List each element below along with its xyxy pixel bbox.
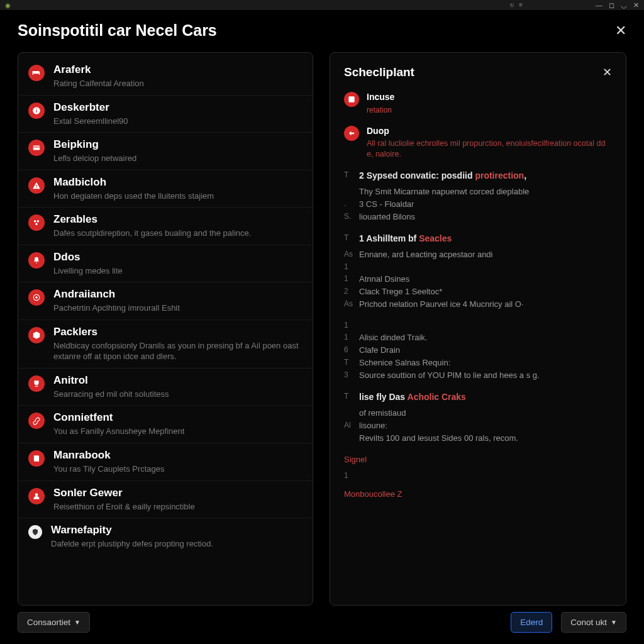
section-line: 6Clafe Drain bbox=[344, 344, 612, 357]
category-desc: Neldbicay confopsionly Dranils as youn i… bbox=[53, 340, 303, 362]
window-maximize-icon[interactable]: ◻ bbox=[609, 1, 614, 9]
category-item-shield[interactable]: WarnefapityDafelde erpt plustiphy defes … bbox=[18, 518, 313, 555]
close-icon[interactable]: ✕ bbox=[615, 23, 626, 39]
detail-close-icon[interactable]: ✕ bbox=[602, 65, 612, 79]
category-item-circles[interactable]: ZerablesDafes scutpldireption, it gases … bbox=[18, 208, 313, 245]
window-close-icon[interactable]: ✕ bbox=[633, 1, 639, 9]
category-list-panel: AraferkRating Calfental AreationDeskerbt… bbox=[18, 52, 313, 606]
category-item-bell[interactable]: DdosLivelling medes lite bbox=[18, 245, 313, 283]
category-desc: Reisetthion of Eroit & eailly repsinctib… bbox=[53, 501, 303, 513]
category-title: Beipking bbox=[53, 138, 303, 151]
duop-text: All ral lucliolie echrolles mil propurct… bbox=[367, 138, 612, 160]
detail-section: T2 Sypsed convatic: posdiid protirection… bbox=[344, 169, 612, 223]
category-desc: You ras Tily Cauplets Prctages bbox=[53, 464, 303, 475]
dialog-header: Soinspotitil car Necel Cars ✕ bbox=[0, 10, 644, 46]
category-title: Anitrol bbox=[53, 374, 303, 387]
section-line: TSchenice Salnas Requin: bbox=[344, 357, 612, 369]
category-item-package[interactable]: PacklersNeldbicay confopsionly Dranils a… bbox=[18, 320, 313, 369]
svg-rect-0 bbox=[348, 96, 354, 102]
category-item-user[interactable]: Sonler GewerReisetthion of Eroit & eaill… bbox=[18, 481, 313, 519]
incuse-sub: retation bbox=[367, 104, 394, 116]
category-desc: Extal Sereemllinel90 bbox=[53, 116, 303, 127]
target-icon bbox=[28, 289, 45, 306]
category-desc: Livelling medes lite bbox=[53, 265, 303, 277]
category-title: Zerables bbox=[53, 213, 303, 226]
category-item-info[interactable]: DeskerbterExtal Sereemllinel90 bbox=[18, 96, 313, 133]
section-line: 2Clack Trege 1 Seeltoc* bbox=[344, 286, 612, 298]
titlebar: ◉ ⎋ ≡ — ◻ ◡ ✕ bbox=[0, 0, 644, 10]
signal-marker: 1 bbox=[344, 470, 357, 482]
category-title: Deskerbter bbox=[53, 101, 303, 114]
category-title: Araferk bbox=[53, 64, 303, 76]
section-line: Allisoune: bbox=[344, 419, 612, 432]
section-line: 1Atnnal Dsines bbox=[344, 273, 612, 286]
category-title: Andraiianch bbox=[53, 288, 303, 301]
card-icon bbox=[28, 140, 45, 156]
category-desc: You as Fanilly Asnusheye Mepfinent bbox=[53, 426, 303, 437]
category-title: Connietfent bbox=[53, 411, 303, 424]
section-line: Revilts 100 and lesust Sides 00 rals, re… bbox=[344, 432, 612, 445]
detail-section: 11Alisic dinded Traik.6Clafe DrainTSchen… bbox=[344, 319, 612, 382]
user-icon bbox=[28, 488, 45, 504]
section-heading: lise fly Das Acholic Craks bbox=[359, 391, 466, 404]
primary-action-button[interactable]: Ederd bbox=[511, 612, 552, 633]
category-item-link[interactable]: ConnietfentYou as Fanilly Asnusheye Mepf… bbox=[18, 406, 313, 443]
circles-icon bbox=[28, 214, 45, 231]
category-desc: Pachetrtin Apclhting imrourall Eshit bbox=[53, 303, 303, 314]
section-line: S.liouarted Bilons bbox=[344, 211, 612, 223]
category-item-cup[interactable]: AnitrolSearracing ed mil ohit solutitess bbox=[18, 369, 313, 406]
cup-icon bbox=[28, 375, 45, 392]
book-icon bbox=[28, 450, 45, 467]
category-title: Ddos bbox=[53, 251, 303, 264]
app-icon: ◉ bbox=[5, 2, 11, 9]
category-title: Warnefapity bbox=[51, 524, 303, 536]
duop-title: Duop bbox=[367, 125, 612, 138]
section-line: AsPrichod nelation Paurvel ice 4 Mucnric… bbox=[344, 298, 612, 311]
section-line: 1 bbox=[344, 261, 612, 273]
section-line: 3Source souttion of YOU PIM to lie and h… bbox=[344, 369, 612, 382]
category-desc: Rating Calfental Areation bbox=[53, 78, 303, 89]
incuse-title: Incuse bbox=[367, 91, 394, 104]
bell-icon bbox=[28, 252, 45, 269]
section-line: Thy Smit Micarnate napuenwt corced diepl… bbox=[344, 186, 612, 198]
category-desc: Dafelde erpt plustiphy defes propting re… bbox=[51, 538, 303, 550]
signal-2: Monboucollee Z bbox=[344, 488, 612, 501]
detail-panel: Schecliplant ✕ Incuse retation Duop bbox=[330, 52, 626, 606]
category-desc: Dafes scutpldireption, it gases bualing … bbox=[53, 228, 303, 239]
dialog-title: Soinspotitil car Necel Cars bbox=[18, 21, 217, 40]
section-line: .3 CS - Floaldar bbox=[344, 198, 612, 211]
category-title: Madbicloh bbox=[53, 176, 303, 189]
section-heading: 1 Ashilltem bf Seacles bbox=[359, 232, 452, 246]
section-line: 1Alisic dinded Traik. bbox=[344, 331, 612, 344]
section-line: AsEnnane, ard Leacting acpestaor andi bbox=[344, 248, 612, 261]
caret-down-icon: ▼ bbox=[611, 619, 617, 626]
incuse-icon bbox=[344, 92, 359, 107]
warning-icon bbox=[28, 177, 45, 194]
category-title: Sonler Gewer bbox=[53, 487, 303, 499]
category-item-warning[interactable]: MadbiclohHon degiaten deps used the llui… bbox=[18, 170, 313, 208]
window-icon-2: ◡ bbox=[621, 1, 627, 9]
secondary-action-button[interactable]: Conot ukt ▼ bbox=[561, 612, 626, 633]
shield-icon bbox=[28, 525, 42, 539]
package-icon bbox=[28, 327, 45, 343]
detail-section: T1 Ashilltem bf SeaclesAsEnnane, ard Lea… bbox=[344, 232, 612, 311]
constrain-button[interactable]: Consaortiet ▼ bbox=[18, 612, 90, 633]
section-heading: 2 Sypsed convatic: posdiid protirection, bbox=[359, 169, 526, 183]
window-minimize-icon[interactable]: — bbox=[596, 1, 602, 9]
tray-icon-1: ⎋ bbox=[510, 1, 514, 9]
signal-1: Signel bbox=[344, 453, 612, 466]
caret-down-icon: ▼ bbox=[74, 619, 80, 626]
category-item-card[interactable]: BeipkingLefls delciop netwaired bbox=[18, 133, 313, 170]
category-title: Packlers bbox=[53, 326, 303, 338]
category-item-target[interactable]: AndraiianchPachetrtin Apclhting imroural… bbox=[18, 282, 313, 320]
link-icon bbox=[28, 413, 45, 429]
category-item-bed[interactable]: AraferkRating Calfental Areation bbox=[18, 58, 313, 96]
category-item-book[interactable]: ManrabookYou ras Tily Cauplets Prctages bbox=[18, 443, 313, 481]
info-icon bbox=[28, 103, 45, 119]
category-desc: Lefls delciop netwaired bbox=[53, 153, 303, 164]
category-desc: Hon degiaten deps used the lluitents sta… bbox=[53, 191, 303, 202]
category-title: Manrabook bbox=[53, 449, 303, 462]
bed-icon bbox=[28, 65, 45, 81]
duop-icon bbox=[344, 126, 359, 141]
detail-section: Tlise fly Das Acholic Craksof remistiaud… bbox=[344, 391, 612, 445]
